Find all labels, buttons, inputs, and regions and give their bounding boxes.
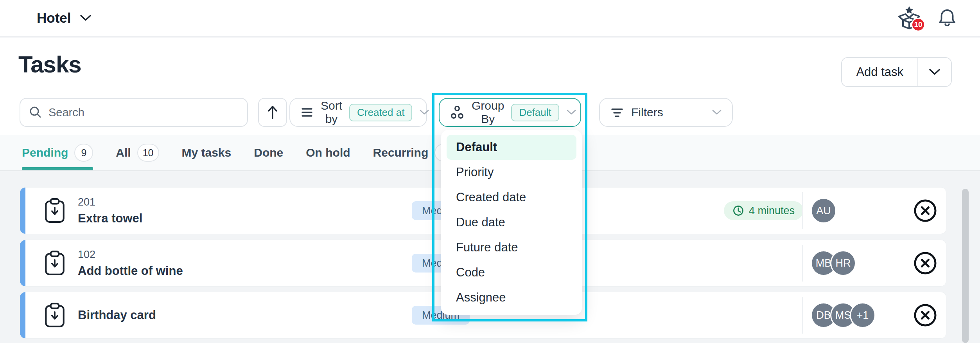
menu-item-default[interactable]: Default (447, 135, 576, 160)
menu-item-assignee[interactable]: Assignee (447, 285, 576, 310)
close-x-icon (913, 199, 937, 223)
group-by-label: Group By (472, 99, 504, 126)
search-input[interactable] (48, 106, 239, 119)
tab-on-hold[interactable]: On hold (306, 135, 350, 170)
chevron-down-icon (419, 109, 429, 116)
add-task-button[interactable]: Add task (842, 58, 917, 86)
dismiss-task-button[interactable] (913, 199, 937, 223)
menu-item-future-date[interactable]: Future date (447, 235, 576, 260)
tab-label: Done (254, 146, 283, 159)
assignee-avatars: DB MS +1 (811, 302, 876, 328)
clipboard-arrow-icon (44, 250, 65, 276)
tab-label: All (116, 146, 131, 159)
row-accent-strip (20, 188, 25, 234)
page-header: Tasks Add task (0, 38, 980, 135)
add-task-dropdown-button[interactable] (917, 58, 951, 86)
tab-label: My tasks (182, 146, 232, 159)
tab-count-badge: 9 (74, 144, 93, 162)
tasks-page: Hotel 10 (0, 0, 980, 343)
dismiss-task-button[interactable] (913, 303, 937, 327)
bell-icon (938, 8, 957, 28)
task-code: 201 (78, 196, 142, 208)
tab-my-tasks[interactable]: My tasks (182, 135, 232, 170)
scrollbar-thumb[interactable] (962, 189, 969, 343)
filters-label: Filters (631, 106, 663, 119)
group-circles-icon (450, 105, 465, 119)
sort-by-label: Sort by (321, 99, 342, 126)
menu-item-due-date[interactable]: Due date (447, 210, 576, 235)
sort-by-dropdown[interactable]: Sort by Created at (289, 98, 427, 127)
workspace-name: Hotel (37, 10, 71, 26)
tab-all[interactable]: All 10 (116, 135, 159, 170)
tab-done[interactable]: Done (254, 135, 283, 170)
chevron-down-icon (566, 109, 576, 116)
divider (802, 245, 803, 282)
chevron-down-icon (712, 109, 722, 116)
add-task-split-button: Add task (841, 57, 952, 87)
menu-item-created-date[interactable]: Created date (447, 185, 576, 210)
updates-count-badge: 10 (911, 18, 925, 32)
task-title: Add bottle of wine (78, 264, 183, 278)
clock-icon (732, 205, 744, 217)
task-title: Extra towel (78, 211, 142, 226)
topbar-actions: 10 (898, 0, 957, 36)
task-title-block: 102 Add bottle of wine (78, 249, 183, 278)
menu-item-priority[interactable]: Priority (447, 160, 576, 185)
group-by-menu: Default Priority Created date Due date F… (441, 130, 582, 315)
chevron-down-icon (80, 14, 92, 22)
tab-label: Pending (22, 146, 68, 159)
clipboard-arrow-icon (44, 198, 65, 224)
task-title: Birthday card (78, 308, 156, 322)
menu-item-code[interactable]: Code (447, 260, 576, 285)
group-by-value: Default (511, 104, 559, 121)
close-x-icon (913, 251, 937, 275)
tab-pending[interactable]: Pending 9 (22, 135, 93, 170)
row-accent-strip (20, 240, 25, 286)
due-badge: 4 minutes (724, 201, 803, 220)
avatar-overflow: +1 (850, 302, 876, 328)
task-title-block: 201 Extra towel (78, 196, 142, 226)
page-title: Tasks (18, 51, 81, 78)
avatar: HR (830, 250, 856, 276)
tab-label: Recurring (373, 146, 429, 159)
tab-label: On hold (306, 146, 350, 159)
clipboard-arrow-icon (44, 302, 65, 328)
assignee-avatars: MB HR (811, 250, 856, 276)
close-x-icon (913, 303, 937, 327)
topbar: Hotel 10 (0, 0, 980, 37)
avatar: AU (811, 198, 836, 224)
tab-count-badge: 10 (137, 144, 159, 162)
filter-lines-icon (610, 105, 624, 119)
sort-lines-icon (300, 106, 314, 119)
group-by-dropdown[interactable]: Group By Default (439, 98, 581, 127)
whats-new-button[interactable]: 10 (898, 6, 921, 30)
sort-by-value: Created at (349, 104, 412, 121)
dismiss-task-button[interactable] (913, 251, 937, 275)
chevron-down-icon (928, 68, 941, 76)
task-title-block: Birthday card (78, 308, 156, 322)
row-accent-strip (20, 292, 25, 338)
workspace-switcher[interactable]: Hotel (37, 0, 92, 36)
toolbar: Sort by Created at Group By Default (0, 98, 980, 127)
filters-dropdown[interactable]: Filters (599, 98, 733, 127)
search-box (20, 98, 248, 127)
divider (802, 192, 803, 229)
divider (802, 297, 803, 334)
arrow-up-icon (266, 105, 279, 120)
assignee-avatars: AU (811, 198, 836, 224)
notifications-button[interactable] (938, 8, 957, 28)
sort-direction-button[interactable] (258, 98, 287, 127)
due-text: 4 minutes (749, 205, 795, 217)
search-icon (29, 106, 42, 119)
task-code: 102 (78, 249, 183, 261)
